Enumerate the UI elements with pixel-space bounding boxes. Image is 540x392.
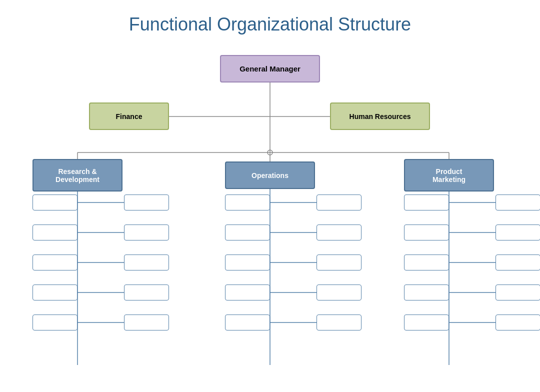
- ops-sub-left-1: [225, 194, 270, 210]
- rd-sub-left-2: [32, 224, 78, 240]
- pm-sub-right-1: [496, 194, 540, 210]
- pm-sub-right-3: [496, 254, 540, 270]
- finance-box: Finance: [89, 102, 169, 130]
- pm-sub-left-1: [404, 194, 449, 210]
- rd-sub-right-3: [124, 254, 169, 270]
- general-manager-box: General Manager: [220, 55, 320, 82]
- rd-sub-left-1: [32, 194, 78, 210]
- ops-sub-left-5: [225, 314, 270, 330]
- pm-sub-right-2: [496, 224, 540, 240]
- rd-sub-right-5: [124, 314, 169, 330]
- hr-box: Human Resources: [330, 102, 430, 130]
- pm-sub-right-5: [496, 314, 540, 330]
- page-title: Functional Organizational Structure: [0, 0, 540, 45]
- pm-sub-right-4: [496, 284, 540, 300]
- ops-sub-right-5: [316, 314, 362, 330]
- svg-point-5: [268, 150, 272, 155]
- pm-box: Product Marketing: [404, 159, 494, 192]
- pm-sub-left-4: [404, 284, 449, 300]
- rd-sub-right-2: [124, 224, 169, 240]
- rd-sub-right-1: [124, 194, 169, 210]
- rd-sub-right-4: [124, 284, 169, 300]
- pm-sub-left-3: [404, 254, 449, 270]
- ops-sub-left-3: [225, 254, 270, 270]
- ops-box: Operations: [225, 162, 315, 189]
- pm-sub-left-2: [404, 224, 449, 240]
- pm-sub-left-5: [404, 314, 449, 330]
- ops-sub-right-3: [316, 254, 362, 270]
- rd-box: Research & Development: [32, 159, 122, 192]
- ops-sub-right-2: [316, 224, 362, 240]
- ops-sub-left-4: [225, 284, 270, 300]
- rd-sub-left-4: [32, 284, 78, 300]
- rd-sub-left-3: [32, 254, 78, 270]
- org-chart: General Manager Finance Human Resources …: [0, 45, 540, 392]
- connector-lines: [0, 45, 540, 392]
- rd-sub-left-5: [32, 314, 78, 330]
- ops-sub-left-2: [225, 224, 270, 240]
- ops-sub-right-4: [316, 284, 362, 300]
- ops-sub-right-1: [316, 194, 362, 210]
